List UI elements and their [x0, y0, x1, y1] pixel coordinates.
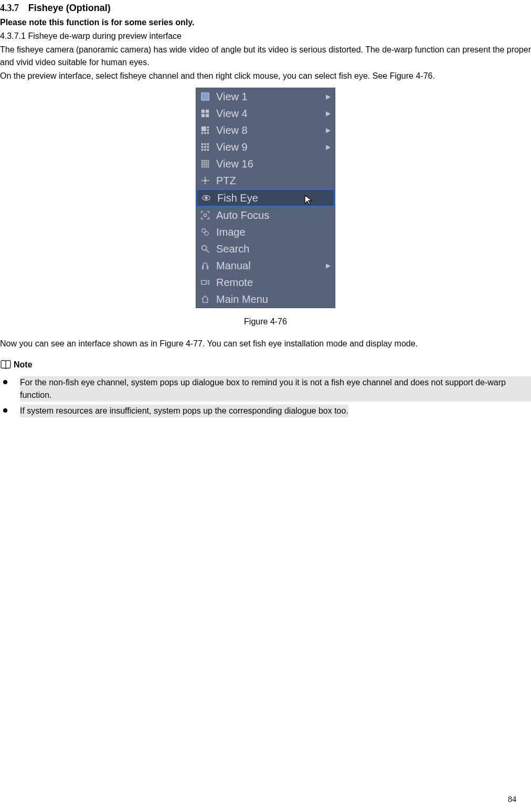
image-icon: [199, 226, 211, 238]
menu-item-search[interactable]: Search: [196, 240, 335, 257]
svg-rect-32: [201, 166, 203, 168]
svg-rect-18: [204, 149, 206, 151]
svg-rect-16: [207, 146, 209, 148]
list-item: For the non-fish eye channel, system pop…: [0, 376, 531, 402]
menu-label: Remote: [216, 275, 331, 290]
menu-label: View 9: [216, 139, 326, 155]
svg-rect-1: [201, 110, 205, 113]
svg-rect-17: [201, 149, 204, 151]
menu-label: Image: [216, 224, 331, 240]
svg-rect-13: [207, 143, 209, 145]
svg-rect-2: [206, 110, 209, 113]
menu-item-view1[interactable]: View 1 ▶: [196, 88, 335, 105]
remote-icon: [199, 277, 211, 288]
svg-point-46: [205, 231, 208, 235]
menu-item-view8[interactable]: View 8 ▶: [196, 122, 335, 139]
svg-rect-31: [208, 164, 209, 166]
svg-rect-23: [208, 160, 209, 162]
svg-rect-5: [201, 126, 206, 131]
svg-rect-27: [208, 162, 209, 164]
menu-label: View 8: [216, 122, 326, 138]
svg-rect-20: [201, 160, 203, 162]
svg-marker-40: [208, 180, 210, 182]
svg-rect-21: [204, 160, 205, 162]
menu-label: PTZ: [216, 173, 331, 188]
section-number: 4.3.7: [0, 3, 19, 13]
menu-label: View 16: [216, 156, 331, 172]
view9-icon: [199, 141, 211, 153]
list-item: If system resources are insufficient, sy…: [0, 405, 531, 417]
svg-marker-37: [204, 176, 206, 178]
svg-rect-12: [204, 143, 206, 145]
menu-item-remote[interactable]: Remote: [196, 274, 335, 291]
chevron-right-icon: ▶: [326, 142, 331, 152]
menu-item-view16[interactable]: View 16: [196, 155, 335, 172]
menu-item-autofocus[interactable]: Auto Focus: [196, 207, 335, 224]
svg-rect-3: [201, 114, 205, 117]
svg-rect-4: [206, 114, 209, 117]
svg-rect-34: [206, 166, 207, 168]
svg-rect-35: [208, 166, 209, 168]
note-bullet-1: For the non-fish eye channel, system pop…: [20, 376, 531, 402]
autofocus-icon: [199, 209, 211, 221]
note-icon: [0, 360, 12, 370]
svg-rect-8: [201, 132, 204, 134]
svg-rect-19: [207, 149, 209, 151]
menu-item-image[interactable]: Image: [196, 224, 335, 240]
svg-rect-49: [201, 280, 206, 284]
svg-line-48: [206, 250, 209, 252]
svg-rect-0: [201, 93, 209, 100]
menu-label: Auto Focus: [216, 207, 331, 223]
svg-rect-26: [206, 162, 207, 164]
svg-rect-10: [207, 132, 209, 134]
context-menu[interactable]: View 1 ▶ View 4 ▶ View 8 ▶: [196, 88, 335, 308]
menu-item-manual[interactable]: Manual ▶: [196, 257, 335, 274]
svg-rect-11: [201, 143, 204, 145]
menu-item-fisheye[interactable]: Fish Eye: [196, 189, 335, 207]
svg-point-44: [204, 214, 206, 216]
figure-4-76: View 1 ▶ View 4 ▶ View 8 ▶: [0, 88, 531, 308]
svg-rect-9: [204, 132, 206, 134]
menu-item-ptz[interactable]: PTZ: [196, 172, 335, 189]
menu-item-view9[interactable]: View 9 ▶: [196, 139, 335, 155]
section-title: Fisheye (Optional): [28, 3, 111, 13]
bullet-icon: [3, 380, 7, 384]
figure-caption: Figure 4-76: [0, 315, 531, 328]
svg-rect-28: [201, 164, 203, 166]
svg-rect-29: [204, 164, 205, 166]
bullet-icon: [3, 408, 7, 413]
chevron-right-icon: ▶: [326, 92, 331, 101]
view16-icon: [199, 158, 211, 170]
svg-rect-22: [206, 160, 207, 162]
svg-marker-43: [305, 195, 312, 205]
svg-marker-38: [204, 183, 206, 185]
menu-label: Search: [216, 241, 331, 257]
svg-point-47: [202, 246, 207, 250]
chevron-right-icon: ▶: [326, 261, 331, 270]
search-icon: [199, 243, 211, 255]
series-note: Please note this function is for some se…: [0, 16, 531, 29]
menu-label: Main Menu: [216, 291, 331, 307]
paragraph-3: Now you can see an interface shown as in…: [0, 338, 531, 350]
svg-rect-7: [207, 129, 209, 131]
svg-marker-39: [201, 180, 203, 182]
mainmenu-icon: [199, 293, 211, 305]
menu-item-view4[interactable]: View 4 ▶: [196, 105, 335, 122]
view8-icon: [199, 124, 211, 136]
paragraph-2: On the preview interface, select fisheye…: [0, 70, 531, 82]
svg-rect-24: [201, 162, 203, 164]
svg-rect-6: [207, 126, 209, 129]
chevron-right-icon: ▶: [326, 109, 331, 118]
chevron-right-icon: ▶: [326, 125, 331, 135]
fisheye-icon: [200, 192, 212, 204]
menu-item-mainmenu[interactable]: Main Menu: [196, 291, 335, 308]
subsection-heading: 4.3.7.1 Fisheye de-warp during preview i…: [0, 30, 531, 43]
note-list: For the non-fish eye channel, system pop…: [0, 376, 531, 417]
svg-rect-33: [204, 166, 205, 168]
manual-icon: [199, 260, 211, 271]
menu-label: View 1: [216, 89, 326, 104]
note-bullet-2: If system resources are insufficient, sy…: [20, 405, 348, 417]
svg-rect-15: [204, 146, 206, 148]
svg-rect-30: [206, 164, 207, 166]
menu-label: View 4: [216, 106, 326, 121]
